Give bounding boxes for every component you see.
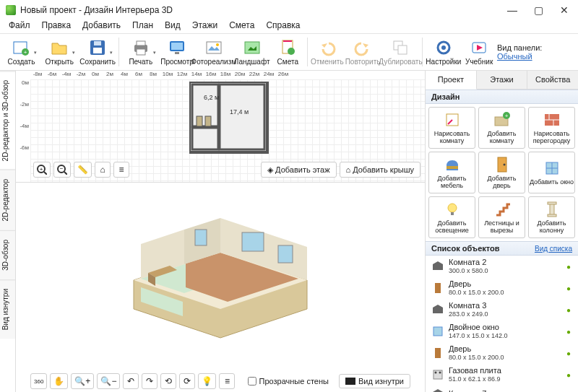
landscape-button[interactable]: Ландшафт <box>234 35 270 69</box>
objects-header: Список объектов Вид списка <box>426 241 578 256</box>
2d-viewport[interactable]: -8м-6м-4м-2м0м2м4м6м8м10м12м14м16м18м20м… <box>16 71 425 183</box>
svg-text:+: + <box>504 113 508 119</box>
menu-plan[interactable]: План <box>128 20 158 33</box>
pan-button[interactable]: ✋ <box>50 373 68 389</box>
svg-rect-5 <box>94 41 101 45</box>
roof-icon: ⌂ <box>346 165 351 174</box>
view-panel-link[interactable]: Обычный <box>497 52 532 61</box>
home-button[interactable]: ⌂ <box>95 162 111 178</box>
inside-view-button[interactable]: Вид изнутри <box>339 374 410 388</box>
tab-inside[interactable]: Вид изнутри <box>0 279 15 339</box>
svg-text:6,2 м: 6,2 м <box>204 94 219 101</box>
ruler-horizontal: -8м-6м-4м-2м0м2м4м6м8м10м12м14м16м18м20м… <box>30 71 425 79</box>
light-button[interactable]: 💡 <box>198 373 216 389</box>
draw-room-button[interactable]: Нарисовать комнату <box>428 107 475 149</box>
open-label: Открыть <box>46 58 74 66</box>
rotate-down-button[interactable]: ⟳ <box>179 373 195 389</box>
visibility-icon[interactable]: ● <box>566 306 574 313</box>
svg-point-74 <box>435 371 437 373</box>
ruler-button[interactable]: 📏 <box>74 162 92 178</box>
list-view-link[interactable]: Вид списка <box>535 245 572 253</box>
list-item[interactable]: Двойное окно147.0 x 15.0 x 142.0 ● <box>426 321 578 342</box>
menu-floors[interactable]: Этажи <box>188 20 222 33</box>
undo-button[interactable]: Отменить <box>311 35 344 69</box>
svg-text:17,4 м: 17,4 м <box>230 108 249 116</box>
add-furniture-button[interactable]: Добавить мебель <box>428 152 475 193</box>
redo-button[interactable]: Повторить <box>345 35 381 69</box>
print-button[interactable]: Печать <box>122 35 159 69</box>
photo-label: Фотореализм <box>191 58 237 66</box>
close-button[interactable]: ✕ <box>556 2 572 18</box>
open-button[interactable]: Открыть <box>41 35 78 69</box>
duplicate-button[interactable]: Дублировать <box>381 35 419 69</box>
options-button[interactable]: ≡ <box>113 162 129 178</box>
list-item[interactable]: Дверь80.0 x 15.0 x 200.0 ● <box>426 277 578 299</box>
3d-viewport[interactable]: 360 ✋ 🔍+ 🔍− ↶ ↷ ⟲ ⟳ 💡 ≡ Прозрачные стены… <box>16 183 425 392</box>
menu-view[interactable]: Вид <box>160 20 185 33</box>
tab-2d-3d[interactable]: 2D-редактор и 3D-обзор <box>0 71 15 170</box>
rotate-right-button[interactable]: ↷ <box>142 373 158 389</box>
list-item[interactable]: Комната 7 ● <box>426 386 578 392</box>
duplicate-icon <box>392 39 409 56</box>
transparent-walls-checkbox[interactable]: Прозрачные стены <box>248 377 329 386</box>
stairs-cutouts-button[interactable]: Лестницы и вырезы <box>478 196 525 238</box>
visibility-icon[interactable]: ● <box>566 284 574 292</box>
estimate-button[interactable]: Смета <box>272 35 305 69</box>
tab-3d[interactable]: 3D-обзор <box>0 230 15 279</box>
svg-text:−: − <box>60 165 64 172</box>
left-view-tabs: 2D-редактор и 3D-обзор 2D-редактор 3D-об… <box>0 71 16 392</box>
rotate360-button[interactable]: 360 <box>30 373 47 389</box>
photo-button[interactable]: Фотореализм <box>195 35 233 69</box>
zoom-out-3d-button[interactable]: 🔍− <box>97 373 120 389</box>
undo-icon <box>319 39 336 56</box>
zoom-in-3d-button[interactable]: 🔍+ <box>71 373 94 389</box>
menu-edit[interactable]: Правка <box>38 20 76 33</box>
monitor-icon <box>168 39 186 56</box>
tab-floors[interactable]: Этажи <box>477 71 528 89</box>
svg-marker-70 <box>433 305 443 313</box>
add-window-button[interactable]: Добавить окно <box>528 152 575 193</box>
add-room-button[interactable]: +Добавить комнату <box>478 107 525 149</box>
list-item[interactable]: Газовая плита51.0 x 62.1 x 86.9 ● <box>426 364 578 386</box>
svg-marker-68 <box>433 261 443 270</box>
save-button[interactable]: Сохранить <box>79 35 116 69</box>
room-icon <box>431 260 444 273</box>
tab-2d[interactable]: 2D-редактор <box>0 170 15 230</box>
menu-add[interactable]: Добавить <box>78 20 125 33</box>
menu-3d-button[interactable]: ≡ <box>219 373 235 389</box>
add-roof-button[interactable]: ⌂Добавить крышу <box>340 162 421 178</box>
visibility-icon[interactable]: ● <box>566 349 574 357</box>
add-floor-button[interactable]: ◈Добавить этаж <box>261 162 336 178</box>
maximize-button[interactable]: ▢ <box>530 2 546 18</box>
object-list[interactable]: Комната 2300.0 x 580.0 ● Дверь80.0 x 15.… <box>426 256 578 392</box>
visibility-icon[interactable]: ● <box>566 263 574 270</box>
rotate-up-button[interactable]: ⟲ <box>160 373 176 389</box>
svg-rect-4 <box>93 48 102 53</box>
view-button[interactable]: Просмотр <box>160 35 194 69</box>
tab-properties[interactable]: Свойства <box>527 71 578 89</box>
tab-project[interactable]: Проект <box>426 71 477 90</box>
minimize-button[interactable]: — <box>504 2 520 18</box>
list-item[interactable]: Дверь80.0 x 15.0 x 200.0 ● <box>426 342 578 364</box>
undo-label: Отменить <box>311 58 344 66</box>
tutorial-icon <box>470 39 488 56</box>
list-item[interactable]: Комната 2300.0 x 580.0 ● <box>426 256 578 277</box>
visibility-icon[interactable]: ● <box>566 371 574 378</box>
add-door-button[interactable]: Добавить дверь <box>478 152 525 193</box>
draw-partition-button[interactable]: Нарисовать перегородку <box>528 107 575 149</box>
menu-help[interactable]: Справка <box>262 20 304 33</box>
rotate-left-button[interactable]: ↶ <box>123 373 139 389</box>
zoom-out-button[interactable]: − <box>53 162 71 178</box>
zoom-in-button[interactable]: + <box>33 162 51 178</box>
create-button[interactable]: + Создать <box>3 35 40 69</box>
list-item[interactable]: Комната 3283.0 x 249.0 ● <box>426 299 578 321</box>
tutorial-label: Учебник <box>465 58 493 66</box>
tutorial-button[interactable]: Учебник <box>462 35 496 69</box>
menu-estimate[interactable]: Смета <box>225 20 259 33</box>
settings-button[interactable]: Настройки <box>426 35 461 69</box>
right-panel: Проект Этажи Свойства Дизайн Нарисовать … <box>425 71 578 392</box>
add-lighting-button[interactable]: Добавить освещение <box>428 196 475 238</box>
menu-file[interactable]: Файл <box>4 20 35 33</box>
visibility-icon[interactable]: ● <box>566 328 574 335</box>
add-column-button[interactable]: Добавить колонну <box>528 196 575 238</box>
